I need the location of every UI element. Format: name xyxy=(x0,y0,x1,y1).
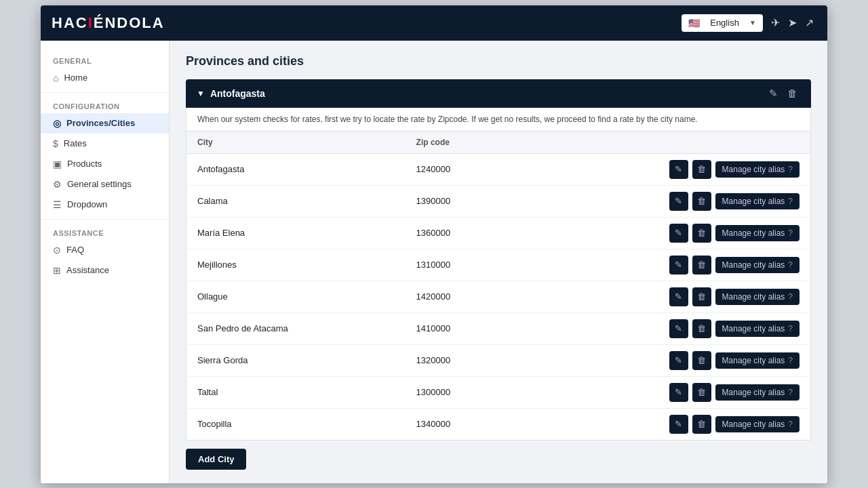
sidebar-assistance-label: Assistance xyxy=(66,265,109,275)
box-icon: ▣ xyxy=(53,159,62,169)
edit-city-button[interactable]: ✎ xyxy=(669,256,688,274)
city-actions: ✎ 🗑 Manage city alias ? xyxy=(514,312,810,344)
city-zip: 1340000 xyxy=(406,408,515,440)
delete-province-button[interactable]: 🗑 xyxy=(785,86,800,101)
city-name: Tocopilla xyxy=(186,408,406,440)
edit-city-button[interactable]: ✎ xyxy=(669,351,688,370)
cities-table: City Zip code Antofagasta 1240000 ✎ 🗑 Ma… xyxy=(186,131,811,441)
city-zip: 1420000 xyxy=(406,281,515,312)
delete-city-button[interactable]: 🗑 xyxy=(692,415,711,434)
paper-plane-2-icon[interactable]: ➤ xyxy=(785,14,800,32)
sidebar-divider-1 xyxy=(41,92,169,93)
city-zip: 1310000 xyxy=(406,249,515,281)
chevron-down-icon: ▼ xyxy=(749,19,756,26)
home-icon: ⌂ xyxy=(53,73,58,83)
help-icon: ? xyxy=(788,292,793,302)
assistance-section-label: Assistance xyxy=(41,224,169,240)
city-actions: ✎ 🗑 Manage city alias ? xyxy=(514,408,810,440)
sidebar-home-label: Home xyxy=(64,73,87,83)
help-icon: ? xyxy=(788,165,793,174)
province-header-right: ✎ 🗑 xyxy=(766,86,800,101)
add-city-button[interactable]: Add City xyxy=(186,449,246,470)
sidebar: General ⌂ Home Configuration ◎ Provinces… xyxy=(41,41,170,483)
delete-city-button[interactable]: 🗑 xyxy=(692,319,711,338)
delete-city-button[interactable]: 🗑 xyxy=(692,351,711,370)
city-actions: ✎ 🗑 Manage city alias ? xyxy=(514,185,810,217)
manage-alias-button[interactable]: Manage city alias ? xyxy=(715,161,800,178)
manage-alias-button[interactable]: Manage city alias ? xyxy=(715,384,800,401)
help-icon: ? xyxy=(788,197,793,206)
paper-plane-icon[interactable]: ✈ xyxy=(768,14,783,32)
city-zip: 1300000 xyxy=(406,376,515,408)
edit-province-button[interactable]: ✎ xyxy=(766,86,781,101)
table-row: Tocopilla 1340000 ✎ 🗑 Manage city alias … xyxy=(186,408,811,440)
manage-alias-button[interactable]: Manage city alias ? xyxy=(715,416,800,432)
edit-city-button[interactable]: ✎ xyxy=(669,415,688,434)
province-header: ▼ Antofagasta ✎ 🗑 xyxy=(186,79,811,108)
city-name: Taltal xyxy=(186,376,406,408)
configuration-section-label: Configuration xyxy=(41,97,169,113)
province-name: Antofagasta xyxy=(210,88,265,99)
manage-alias-button[interactable]: Manage city alias ? xyxy=(715,257,800,273)
table-row: San Pedro de Atacama 1410000 ✎ 🗑 Manage … xyxy=(186,312,811,344)
info-text: When our system checks for rates, first … xyxy=(197,115,698,124)
delete-city-button[interactable]: 🗑 xyxy=(692,224,711,243)
language-selector[interactable]: 🇺🇸 English ▼ xyxy=(682,14,763,32)
city-zip: 1360000 xyxy=(406,217,515,249)
manage-alias-button[interactable]: Manage city alias ? xyxy=(715,289,800,305)
table-row: Calama 1390000 ✎ 🗑 Manage city alias ? xyxy=(186,185,811,217)
province-block: ▼ Antofagasta ✎ 🗑 When our system checks… xyxy=(186,79,811,470)
help-icon: ? xyxy=(788,388,793,397)
sidebar-faq-label: FAQ xyxy=(66,245,84,255)
sidebar-item-faq[interactable]: ⊙ FAQ xyxy=(41,240,169,260)
sidebar-item-dropdown[interactable]: ☰ Dropdown xyxy=(41,195,169,215)
sidebar-item-provinces[interactable]: ◎ Provinces/Cities xyxy=(41,113,169,134)
delete-city-button[interactable]: 🗑 xyxy=(692,192,711,211)
manage-alias-button[interactable]: Manage city alias ? xyxy=(715,352,800,369)
manage-alias-button[interactable]: Manage city alias ? xyxy=(715,225,800,241)
manage-alias-button[interactable]: Manage city alias ? xyxy=(715,321,800,337)
city-name: Mejillones xyxy=(186,249,406,281)
topnav-icons: ✈ ➤ ↗ xyxy=(768,14,816,32)
city-actions: ✎ 🗑 Manage city alias ? xyxy=(514,376,810,408)
sidebar-rates-label: Rates xyxy=(64,138,87,148)
sidebar-item-general-settings[interactable]: ⚙ General settings xyxy=(41,174,169,195)
city-name: Ollague xyxy=(186,281,406,312)
edit-city-button[interactable]: ✎ xyxy=(669,383,688,402)
sidebar-item-home[interactable]: ⌂ Home xyxy=(41,68,169,88)
city-actions: ✎ 🗑 Manage city alias ? xyxy=(514,281,810,312)
sidebar-dropdown-label: Dropdown xyxy=(67,199,107,209)
edit-city-button[interactable]: ✎ xyxy=(669,192,688,211)
delete-city-button[interactable]: 🗑 xyxy=(692,160,711,179)
edit-city-button[interactable]: ✎ xyxy=(669,319,688,338)
table-row: Ollague 1420000 ✎ 🗑 Manage city alias ? xyxy=(186,281,811,312)
help-icon: ? xyxy=(788,324,793,333)
sidebar-item-rates[interactable]: $ Rates xyxy=(41,134,169,154)
manage-alias-button[interactable]: Manage city alias ? xyxy=(715,193,800,209)
location-icon: ◎ xyxy=(53,118,61,129)
city-zip: 1410000 xyxy=(406,312,515,344)
city-name: San Pedro de Atacama xyxy=(186,312,406,344)
edit-city-button[interactable]: ✎ xyxy=(669,160,688,179)
delete-city-button[interactable]: 🗑 xyxy=(692,256,711,274)
sidebar-item-assistance[interactable]: ⊞ Assistance xyxy=(41,260,169,281)
app-window: HACIÉNDOLA 🇺🇸 English ▼ ✈ ➤ ↗ General ⌂ … xyxy=(41,5,827,483)
city-zip: 1240000 xyxy=(406,153,515,185)
col-zip-header: Zip code xyxy=(406,131,515,154)
sidebar-provinces-label: Provinces/Cities xyxy=(66,118,135,128)
info-bar: When our system checks for rates, first … xyxy=(186,108,811,131)
collapse-icon[interactable]: ▼ xyxy=(197,89,205,98)
general-section-label: General xyxy=(41,52,169,68)
cursor-icon[interactable]: ↗ xyxy=(802,14,816,32)
sidebar-item-products[interactable]: ▣ Products xyxy=(41,154,169,174)
app-logo: HACIÉNDOLA xyxy=(52,14,165,32)
assistance-icon: ⊞ xyxy=(53,265,61,276)
city-actions: ✎ 🗑 Manage city alias ? xyxy=(514,249,810,281)
main-content: Provinces and cities ▼ Antofagasta ✎ 🗑 W… xyxy=(170,41,827,483)
edit-city-button[interactable]: ✎ xyxy=(669,287,688,306)
lang-label: English xyxy=(710,18,739,28)
delete-city-button[interactable]: 🗑 xyxy=(692,287,711,306)
city-actions: ✎ 🗑 Manage city alias ? xyxy=(514,153,810,185)
delete-city-button[interactable]: 🗑 xyxy=(692,383,711,402)
edit-city-button[interactable]: ✎ xyxy=(669,224,688,243)
